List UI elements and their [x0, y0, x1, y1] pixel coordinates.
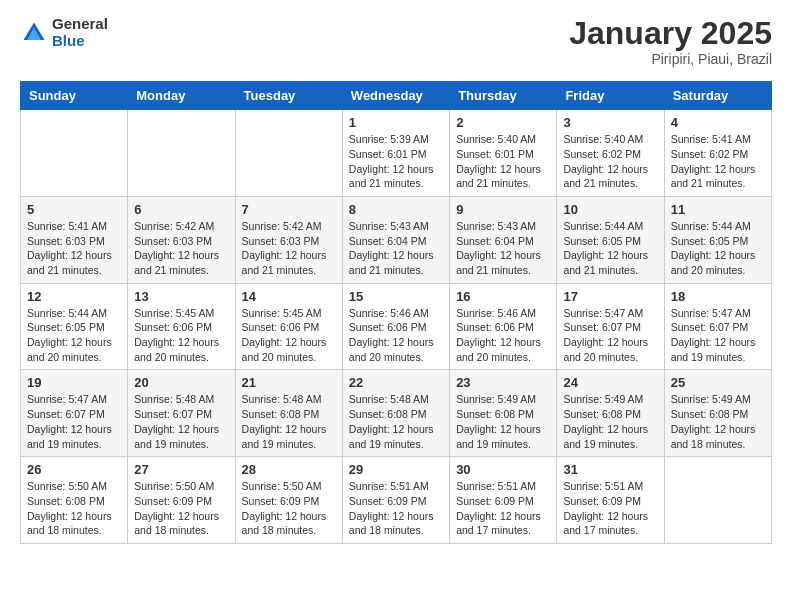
calendar-table: Sunday Monday Tuesday Wednesday Thursday…	[20, 81, 772, 544]
calendar-cell: 30Sunrise: 5:51 AM Sunset: 6:09 PM Dayli…	[450, 457, 557, 544]
calendar-cell: 19Sunrise: 5:47 AM Sunset: 6:07 PM Dayli…	[21, 370, 128, 457]
calendar-cell: 25Sunrise: 5:49 AM Sunset: 6:08 PM Dayli…	[664, 370, 771, 457]
day-info: Sunrise: 5:50 AM Sunset: 6:08 PM Dayligh…	[27, 479, 121, 538]
day-info: Sunrise: 5:51 AM Sunset: 6:09 PM Dayligh…	[349, 479, 443, 538]
calendar-cell: 23Sunrise: 5:49 AM Sunset: 6:08 PM Dayli…	[450, 370, 557, 457]
page: General Blue January 2025 Piripiri, Piau…	[0, 0, 792, 564]
week-row-5: 26Sunrise: 5:50 AM Sunset: 6:08 PM Dayli…	[21, 457, 772, 544]
week-row-3: 12Sunrise: 5:44 AM Sunset: 6:05 PM Dayli…	[21, 283, 772, 370]
title-block: January 2025 Piripiri, Piaui, Brazil	[569, 16, 772, 67]
day-info: Sunrise: 5:48 AM Sunset: 6:08 PM Dayligh…	[242, 392, 336, 451]
day-info: Sunrise: 5:43 AM Sunset: 6:04 PM Dayligh…	[349, 219, 443, 278]
day-number: 1	[349, 115, 443, 130]
day-number: 22	[349, 375, 443, 390]
calendar-cell: 6Sunrise: 5:42 AM Sunset: 6:03 PM Daylig…	[128, 196, 235, 283]
day-info: Sunrise: 5:40 AM Sunset: 6:01 PM Dayligh…	[456, 132, 550, 191]
day-info: Sunrise: 5:48 AM Sunset: 6:07 PM Dayligh…	[134, 392, 228, 451]
calendar-cell	[664, 457, 771, 544]
day-number: 23	[456, 375, 550, 390]
week-row-2: 5Sunrise: 5:41 AM Sunset: 6:03 PM Daylig…	[21, 196, 772, 283]
calendar-cell: 2Sunrise: 5:40 AM Sunset: 6:01 PM Daylig…	[450, 110, 557, 197]
day-info: Sunrise: 5:42 AM Sunset: 6:03 PM Dayligh…	[134, 219, 228, 278]
day-number: 4	[671, 115, 765, 130]
day-number: 2	[456, 115, 550, 130]
calendar-cell: 3Sunrise: 5:40 AM Sunset: 6:02 PM Daylig…	[557, 110, 664, 197]
day-info: Sunrise: 5:41 AM Sunset: 6:03 PM Dayligh…	[27, 219, 121, 278]
day-info: Sunrise: 5:47 AM Sunset: 6:07 PM Dayligh…	[27, 392, 121, 451]
day-number: 11	[671, 202, 765, 217]
calendar-cell: 14Sunrise: 5:45 AM Sunset: 6:06 PM Dayli…	[235, 283, 342, 370]
calendar-cell: 20Sunrise: 5:48 AM Sunset: 6:07 PM Dayli…	[128, 370, 235, 457]
day-number: 28	[242, 462, 336, 477]
day-info: Sunrise: 5:48 AM Sunset: 6:08 PM Dayligh…	[349, 392, 443, 451]
day-info: Sunrise: 5:46 AM Sunset: 6:06 PM Dayligh…	[456, 306, 550, 365]
calendar-cell: 26Sunrise: 5:50 AM Sunset: 6:08 PM Dayli…	[21, 457, 128, 544]
day-number: 31	[563, 462, 657, 477]
calendar-cell	[128, 110, 235, 197]
calendar-body: 1Sunrise: 5:39 AM Sunset: 6:01 PM Daylig…	[21, 110, 772, 544]
logo-text: General Blue	[52, 16, 108, 49]
calendar-cell: 24Sunrise: 5:49 AM Sunset: 6:08 PM Dayli…	[557, 370, 664, 457]
col-sunday: Sunday	[21, 82, 128, 110]
calendar-cell	[21, 110, 128, 197]
calendar-cell: 8Sunrise: 5:43 AM Sunset: 6:04 PM Daylig…	[342, 196, 449, 283]
day-info: Sunrise: 5:44 AM Sunset: 6:05 PM Dayligh…	[563, 219, 657, 278]
day-info: Sunrise: 5:49 AM Sunset: 6:08 PM Dayligh…	[563, 392, 657, 451]
day-info: Sunrise: 5:51 AM Sunset: 6:09 PM Dayligh…	[456, 479, 550, 538]
location-subtitle: Piripiri, Piaui, Brazil	[569, 51, 772, 67]
calendar-cell: 22Sunrise: 5:48 AM Sunset: 6:08 PM Dayli…	[342, 370, 449, 457]
calendar-cell: 12Sunrise: 5:44 AM Sunset: 6:05 PM Dayli…	[21, 283, 128, 370]
day-number: 16	[456, 289, 550, 304]
calendar-cell	[235, 110, 342, 197]
day-info: Sunrise: 5:50 AM Sunset: 6:09 PM Dayligh…	[242, 479, 336, 538]
day-number: 15	[349, 289, 443, 304]
day-number: 25	[671, 375, 765, 390]
day-number: 12	[27, 289, 121, 304]
day-info: Sunrise: 5:43 AM Sunset: 6:04 PM Dayligh…	[456, 219, 550, 278]
day-info: Sunrise: 5:45 AM Sunset: 6:06 PM Dayligh…	[134, 306, 228, 365]
col-friday: Friday	[557, 82, 664, 110]
day-number: 17	[563, 289, 657, 304]
calendar-cell: 29Sunrise: 5:51 AM Sunset: 6:09 PM Dayli…	[342, 457, 449, 544]
day-info: Sunrise: 5:41 AM Sunset: 6:02 PM Dayligh…	[671, 132, 765, 191]
day-number: 27	[134, 462, 228, 477]
header: General Blue January 2025 Piripiri, Piau…	[20, 16, 772, 67]
day-info: Sunrise: 5:50 AM Sunset: 6:09 PM Dayligh…	[134, 479, 228, 538]
day-number: 9	[456, 202, 550, 217]
day-number: 20	[134, 375, 228, 390]
logo: General Blue	[20, 16, 108, 49]
calendar-cell: 10Sunrise: 5:44 AM Sunset: 6:05 PM Dayli…	[557, 196, 664, 283]
day-number: 10	[563, 202, 657, 217]
day-info: Sunrise: 5:42 AM Sunset: 6:03 PM Dayligh…	[242, 219, 336, 278]
calendar-cell: 28Sunrise: 5:50 AM Sunset: 6:09 PM Dayli…	[235, 457, 342, 544]
calendar-cell: 1Sunrise: 5:39 AM Sunset: 6:01 PM Daylig…	[342, 110, 449, 197]
week-row-4: 19Sunrise: 5:47 AM Sunset: 6:07 PM Dayli…	[21, 370, 772, 457]
logo-icon	[20, 19, 48, 47]
calendar-cell: 21Sunrise: 5:48 AM Sunset: 6:08 PM Dayli…	[235, 370, 342, 457]
day-info: Sunrise: 5:44 AM Sunset: 6:05 PM Dayligh…	[671, 219, 765, 278]
day-info: Sunrise: 5:46 AM Sunset: 6:06 PM Dayligh…	[349, 306, 443, 365]
week-row-1: 1Sunrise: 5:39 AM Sunset: 6:01 PM Daylig…	[21, 110, 772, 197]
calendar-cell: 9Sunrise: 5:43 AM Sunset: 6:04 PM Daylig…	[450, 196, 557, 283]
col-monday: Monday	[128, 82, 235, 110]
day-info: Sunrise: 5:49 AM Sunset: 6:08 PM Dayligh…	[671, 392, 765, 451]
calendar-cell: 7Sunrise: 5:42 AM Sunset: 6:03 PM Daylig…	[235, 196, 342, 283]
day-number: 3	[563, 115, 657, 130]
day-number: 18	[671, 289, 765, 304]
day-number: 19	[27, 375, 121, 390]
calendar-cell: 17Sunrise: 5:47 AM Sunset: 6:07 PM Dayli…	[557, 283, 664, 370]
calendar-cell: 11Sunrise: 5:44 AM Sunset: 6:05 PM Dayli…	[664, 196, 771, 283]
col-tuesday: Tuesday	[235, 82, 342, 110]
day-number: 6	[134, 202, 228, 217]
day-number: 26	[27, 462, 121, 477]
calendar-cell: 27Sunrise: 5:50 AM Sunset: 6:09 PM Dayli…	[128, 457, 235, 544]
calendar-cell: 18Sunrise: 5:47 AM Sunset: 6:07 PM Dayli…	[664, 283, 771, 370]
day-number: 29	[349, 462, 443, 477]
day-info: Sunrise: 5:51 AM Sunset: 6:09 PM Dayligh…	[563, 479, 657, 538]
day-info: Sunrise: 5:40 AM Sunset: 6:02 PM Dayligh…	[563, 132, 657, 191]
day-info: Sunrise: 5:49 AM Sunset: 6:08 PM Dayligh…	[456, 392, 550, 451]
col-thursday: Thursday	[450, 82, 557, 110]
logo-general-text: General	[52, 16, 108, 33]
day-info: Sunrise: 5:44 AM Sunset: 6:05 PM Dayligh…	[27, 306, 121, 365]
header-row: Sunday Monday Tuesday Wednesday Thursday…	[21, 82, 772, 110]
